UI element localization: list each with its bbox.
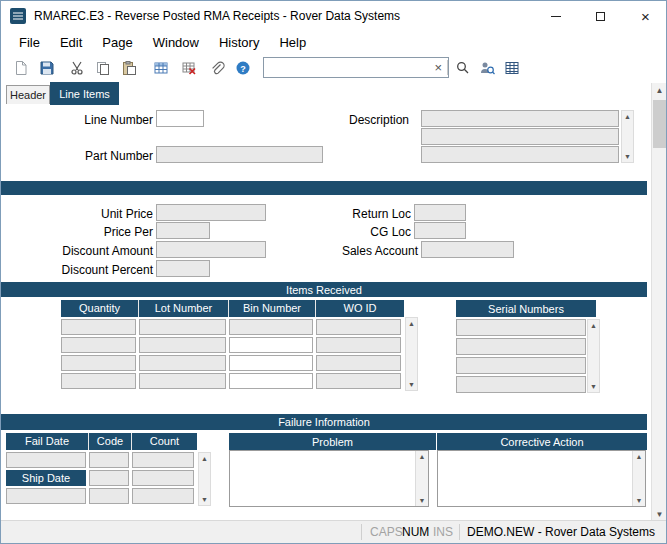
quantity-cell[interactable] xyxy=(61,337,136,353)
scroll-up-icon[interactable]: ▲ xyxy=(199,453,210,464)
cut-button[interactable] xyxy=(65,56,89,80)
wo-id-cell[interactable] xyxy=(316,337,401,353)
code-cell[interactable] xyxy=(89,452,129,468)
new-document-button[interactable] xyxy=(9,56,33,80)
corrective-action-title: Corrective Action xyxy=(500,436,583,448)
tab-header[interactable]: Header xyxy=(6,85,50,104)
code-cell[interactable] xyxy=(89,470,129,486)
table-row xyxy=(6,452,197,468)
corrective-action-textarea[interactable]: ▲ ▼ xyxy=(437,450,646,507)
discount-percent-field[interactable] xyxy=(156,260,210,277)
items-received-title: Items Received xyxy=(286,284,362,296)
scroll-down-icon[interactable]: ▼ xyxy=(416,495,428,506)
bin-number-cell[interactable] xyxy=(229,319,313,335)
clear-search-icon[interactable]: × xyxy=(429,58,447,77)
scrollbar-thumb[interactable] xyxy=(653,100,666,148)
items-received-table: Quantity Lot Number Bin Number WO ID xyxy=(61,300,404,389)
scroll-down-icon[interactable]: ▼ xyxy=(406,379,417,390)
return-loc-field[interactable] xyxy=(414,204,466,221)
ship-date-cell[interactable] xyxy=(6,488,86,504)
serial-number-field[interactable] xyxy=(456,319,586,336)
fail-date-cell[interactable] xyxy=(6,452,86,468)
menu-help[interactable]: Help xyxy=(269,33,316,52)
svg-text:?: ? xyxy=(240,64,246,74)
menu-file[interactable]: File xyxy=(9,33,50,52)
lot-number-cell[interactable] xyxy=(139,373,226,389)
menu-page[interactable]: Page xyxy=(92,33,142,52)
description-scrollbar[interactable]: ▲ ▼ xyxy=(621,110,634,163)
lot-number-cell[interactable] xyxy=(139,337,226,353)
wo-id-cell[interactable] xyxy=(316,373,401,389)
discount-amount-field[interactable] xyxy=(156,241,266,258)
insert-row-button[interactable] xyxy=(149,56,173,80)
failure-table-scrollbar[interactable]: ▲ ▼ xyxy=(198,452,211,506)
code-cell[interactable] xyxy=(89,488,129,504)
scroll-up-icon[interactable]: ▲ xyxy=(652,83,667,98)
corrective-action-scrollbar[interactable]: ▲ ▼ xyxy=(632,451,645,506)
lot-number-cell[interactable] xyxy=(139,319,226,335)
scroll-up-icon[interactable]: ▲ xyxy=(633,451,645,462)
copy-icon xyxy=(95,60,111,76)
lot-number-cell[interactable] xyxy=(139,355,226,371)
bin-number-cell[interactable] xyxy=(229,355,313,371)
person-search-button[interactable] xyxy=(475,56,499,80)
scroll-down-icon[interactable]: ▼ xyxy=(633,495,645,506)
price-per-field[interactable] xyxy=(156,222,210,239)
count-cell[interactable] xyxy=(132,488,194,504)
sales-account-field[interactable] xyxy=(421,241,514,258)
menu-window[interactable]: Window xyxy=(143,33,209,52)
bin-number-cell[interactable] xyxy=(229,337,313,353)
attach-button[interactable] xyxy=(205,56,229,80)
wo-id-cell[interactable] xyxy=(316,319,401,335)
quantity-cell[interactable] xyxy=(61,373,136,389)
search-box: × xyxy=(263,57,449,78)
scroll-down-icon[interactable]: ▼ xyxy=(588,381,599,392)
minimize-button[interactable] xyxy=(533,1,578,31)
help-button[interactable]: ? xyxy=(231,56,255,80)
description-field-1[interactable] xyxy=(421,110,619,127)
paste-button[interactable] xyxy=(117,56,141,80)
serial-number-field[interactable] xyxy=(456,357,586,374)
menu-history[interactable]: History xyxy=(209,33,269,52)
search-input[interactable] xyxy=(264,61,429,75)
maximize-button[interactable] xyxy=(578,1,623,31)
search-button[interactable] xyxy=(451,56,475,80)
serial-number-field[interactable] xyxy=(456,376,586,393)
count-cell[interactable] xyxy=(132,452,194,468)
count-cell[interactable] xyxy=(132,470,194,486)
line-number-field[interactable] xyxy=(156,110,204,127)
bin-number-cell[interactable] xyxy=(229,373,313,389)
table-view-button[interactable] xyxy=(500,56,524,80)
problem-scrollbar[interactable]: ▲ ▼ xyxy=(415,451,428,506)
cg-loc-field[interactable] xyxy=(414,222,466,239)
scroll-up-icon[interactable]: ▲ xyxy=(406,318,417,329)
description-field-2[interactable] xyxy=(421,128,619,145)
items-received-scrollbar[interactable]: ▲ ▼ xyxy=(405,317,418,391)
scroll-up-icon[interactable]: ▲ xyxy=(622,111,633,122)
serial-number-field[interactable] xyxy=(456,338,586,355)
description-field-3[interactable] xyxy=(421,146,619,163)
wo-id-cell[interactable] xyxy=(316,355,401,371)
scroll-up-icon[interactable]: ▲ xyxy=(588,320,599,331)
close-button[interactable]: × xyxy=(623,1,667,31)
serial-numbers-scrollbar[interactable]: ▲ ▼ xyxy=(587,319,600,393)
quantity-cell[interactable] xyxy=(61,319,136,335)
save-button[interactable] xyxy=(35,56,59,80)
menu-edit[interactable]: Edit xyxy=(50,33,92,52)
tab-line-items[interactable]: Line Items xyxy=(50,82,119,105)
scrollbar-track[interactable] xyxy=(652,98,667,507)
failure-information-bar: Failure Information xyxy=(1,414,647,430)
delete-row-button[interactable] xyxy=(177,56,201,80)
quantity-cell[interactable] xyxy=(61,355,136,371)
scroll-up-icon[interactable]: ▲ xyxy=(416,451,428,462)
window-scrollbar[interactable]: ▲ ▼ xyxy=(651,83,667,522)
unit-price-field[interactable] xyxy=(156,204,266,221)
copy-button[interactable] xyxy=(91,56,115,80)
part-number-field[interactable] xyxy=(156,146,323,163)
search-icon xyxy=(455,60,471,76)
problem-textarea[interactable]: ▲ ▼ xyxy=(229,450,429,507)
scroll-down-icon[interactable]: ▼ xyxy=(622,151,633,162)
tab-strip: Header Line Items xyxy=(1,81,650,105)
ship-date-header: Ship Date xyxy=(6,470,86,486)
scroll-down-icon[interactable]: ▼ xyxy=(199,494,210,505)
